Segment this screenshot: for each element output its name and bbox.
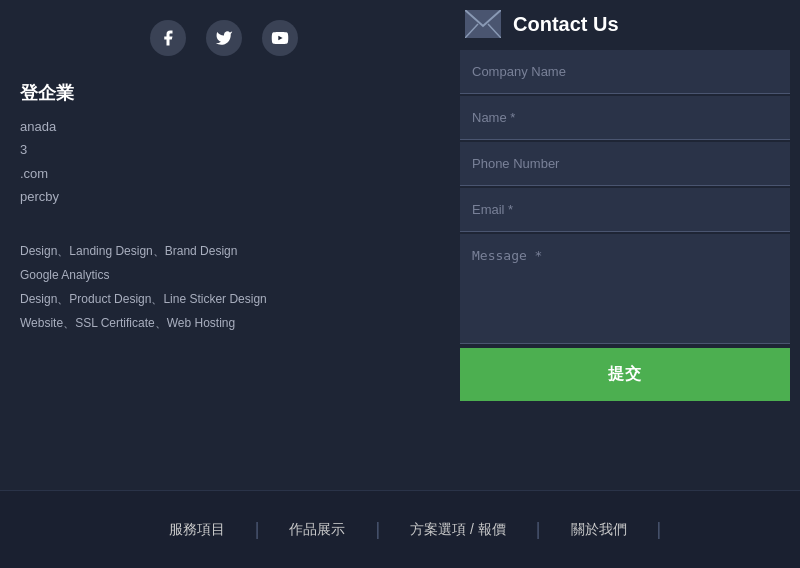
envelope-icon [465,10,501,38]
twitter-icon[interactable] [206,20,242,56]
services-section: Design、Landing Design、Brand Design Googl… [20,239,440,335]
service-line-4: Website、SSL Certificate、Web Hosting [20,311,440,335]
footer-nav-about[interactable]: 關於我們 [541,521,657,539]
contact-header: Contact Us [460,10,790,38]
service-line-2: Google Analytics [20,263,440,287]
company-line-3: .com [20,162,440,185]
service-line-1: Design、Landing Design、Brand Design [20,239,440,263]
message-textarea[interactable] [460,234,790,344]
email-input[interactable] [460,188,790,232]
facebook-icon[interactable] [150,20,186,56]
footer-nav: 服務項目 | 作品展示 | 方案選項 / 報價 | 關於我們 | [0,490,800,568]
company-title: 登企業 [20,81,440,105]
company-line-4: percby [20,185,440,208]
company-info: anada 3 .com percby [20,115,440,209]
social-icons [150,20,440,56]
company-name-input[interactable] [460,50,790,94]
phone-input[interactable] [460,142,790,186]
company-section: 登企業 anada 3 .com percby [20,81,440,209]
youtube-icon[interactable] [262,20,298,56]
submit-button[interactable]: 提交 [460,348,790,401]
footer-divider-4: | [657,519,662,540]
service-line-3: Design、Product Design、Line Sticker Desig… [20,287,440,311]
company-line-1: anada [20,115,440,138]
footer-nav-pricing[interactable]: 方案選項 / 報價 [380,521,536,539]
contact-form-panel: Contact Us 提交 [460,0,800,490]
footer-nav-items: 服務項目 | 作品展示 | 方案選項 / 報價 | 關於我們 | [139,519,661,540]
contact-title: Contact Us [513,13,619,36]
footer-nav-portfolio[interactable]: 作品展示 [259,521,375,539]
company-line-2: 3 [20,138,440,161]
left-panel: 登企業 anada 3 .com percby Design、Landing D… [0,0,460,490]
name-input[interactable] [460,96,790,140]
footer-nav-services[interactable]: 服務項目 [139,521,255,539]
